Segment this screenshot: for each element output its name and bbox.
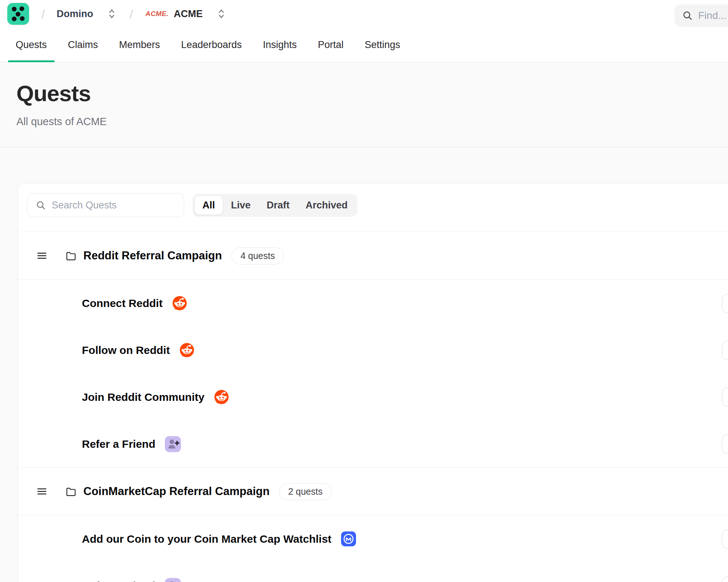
breadcrumb: / Domino / ACME. ACME Find...	[0, 0, 728, 28]
quest-row-action-button[interactable]	[722, 529, 728, 549]
quest-row-add-our-coin-to-your-coin-market-cap-watchlist[interactable]: Add our Coin to your Coin Market Cap Wat…	[18, 515, 728, 562]
filter-archived[interactable]: Archived	[298, 196, 356, 215]
filter-live[interactable]: Live	[223, 196, 258, 215]
app-logo-dice-icon[interactable]	[7, 3, 29, 25]
org-logo: ACME.	[145, 10, 169, 18]
quest-title: Refer a Friend	[82, 438, 155, 450]
tab-quests[interactable]: Quests	[8, 28, 55, 62]
reddit-icon	[172, 296, 187, 311]
quest-row-connect-reddit[interactable]: Connect Reddit	[18, 280, 728, 327]
group-header: CoinMarketCap Referral Campaign2 quests	[18, 468, 728, 515]
quest-row-action-button[interactable]	[722, 340, 728, 360]
search-quests-box[interactable]	[27, 193, 184, 217]
quests-toolbar: AllLiveDraftArchived	[18, 183, 728, 232]
page-hero: Quests All quests of ACME	[0, 62, 728, 147]
quest-row-join-reddit-community[interactable]: Join Reddit Community	[18, 374, 728, 420]
folder-icon	[66, 487, 76, 496]
global-find-button[interactable]: Find...	[674, 4, 728, 27]
quest-title: Join Reddit Community	[82, 391, 205, 403]
quest-row-action-button[interactable]	[722, 387, 728, 407]
org-switcher-chevrons-icon[interactable]	[217, 8, 225, 19]
filter-all[interactable]: All	[195, 196, 223, 215]
app-switcher-chevrons-icon[interactable]	[108, 8, 116, 19]
breadcrumb-separator: /	[130, 7, 133, 21]
tab-members[interactable]: Members	[111, 28, 168, 62]
search-icon	[682, 11, 693, 21]
group-header: Reddit Referral Campaign4 quests	[18, 232, 728, 280]
nav-tabs: QuestsClaimsMembersLeaderboardsInsightsP…	[0, 28, 728, 62]
search-quests-input[interactable]	[52, 200, 161, 211]
quest-row-follow-on-reddit[interactable]: Follow on Reddit	[18, 327, 728, 374]
tab-insights[interactable]: Insights	[255, 28, 304, 62]
quest-row-action-button[interactable]	[722, 576, 728, 582]
coinmarketcap-icon	[341, 531, 356, 546]
group-title: Reddit Referral Campaign	[83, 249, 222, 262]
quest-title: Connect Reddit	[82, 297, 163, 310]
quest-count-badge: 2 quests	[279, 483, 332, 500]
quest-title: Refer a Friend	[82, 580, 155, 582]
quest-group-coinmarketcap-referral-campaign: CoinMarketCap Referral Campaign2 questsA…	[18, 467, 728, 582]
search-icon	[36, 200, 46, 210]
quests-card: AllLiveDraftArchived Reddit Referral Cam…	[17, 183, 728, 582]
quest-row-refer-a-friend[interactable]: Refer a Friend	[18, 562, 728, 582]
drag-handle-icon[interactable]	[37, 488, 47, 495]
quest-title: Follow on Reddit	[82, 344, 170, 356]
quest-groups-list: Reddit Referral Campaign4 questsConnect …	[18, 232, 728, 582]
tab-settings[interactable]: Settings	[357, 28, 408, 62]
breadcrumb-separator: /	[41, 7, 45, 21]
group-title: CoinMarketCap Referral Campaign	[83, 485, 270, 498]
page-title: Quests	[16, 80, 728, 106]
quest-count-badge: 4 quests	[232, 247, 284, 264]
drag-handle-icon[interactable]	[37, 252, 47, 259]
find-placeholder: Find...	[698, 10, 727, 21]
reddit-icon	[214, 390, 229, 404]
filter-draft[interactable]: Draft	[259, 196, 297, 215]
reddit-icon	[179, 343, 194, 358]
quest-title: Add our Coin to your Coin Market Cap Wat…	[82, 533, 332, 545]
folder-icon	[66, 251, 76, 260]
quest-row-action-button[interactable]	[722, 294, 728, 313]
quest-group-reddit-referral-campaign: Reddit Referral Campaign4 questsConnect …	[18, 232, 728, 467]
breadcrumb-org-name[interactable]: ACME	[174, 8, 203, 20]
tab-leaderboards[interactable]: Leaderboards	[174, 28, 250, 62]
quest-row-action-button[interactable]	[722, 434, 728, 454]
refer-friend-icon	[165, 436, 181, 452]
status-filter-group: AllLiveDraftArchived	[193, 194, 357, 217]
refer-friend-icon	[165, 578, 181, 582]
tab-portal[interactable]: Portal	[310, 28, 351, 62]
app-header: / Domino / ACME. ACME Find...	[0, 0, 728, 62]
quest-row-refer-a-friend[interactable]: Refer a Friend	[18, 420, 728, 467]
breadcrumb-app-name[interactable]: Domino	[56, 8, 93, 20]
page-subtitle: All quests of ACME	[16, 116, 728, 128]
tab-claims[interactable]: Claims	[60, 28, 106, 62]
